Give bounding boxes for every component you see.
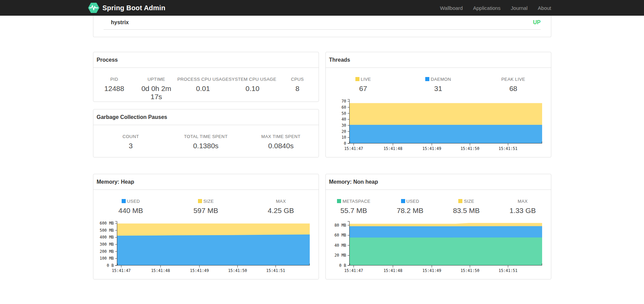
threads-card: Threads LIVE67DAEMON31PEAK LIVE68 010203… <box>325 52 551 157</box>
nav-links: WallboardApplicationsJournalAbout <box>435 1 556 15</box>
stat-label: PROCESS CPU USAGE <box>177 77 229 82</box>
svg-text:0 B: 0 B <box>107 263 114 268</box>
memory-heap-card-title: Memory: Heap <box>93 174 319 190</box>
legend-marker-icon <box>337 199 341 203</box>
stat-label: USED <box>93 199 168 204</box>
svg-text:20: 20 <box>341 129 346 134</box>
stat-max-time-spent: MAX TIME SPENT0.0840s <box>243 134 318 150</box>
stat-label: USED <box>382 199 438 204</box>
pulse-logo-icon <box>88 2 99 14</box>
stat-value: 55.7 MB <box>326 207 382 215</box>
svg-text:15:41:48: 15:41:48 <box>151 268 170 273</box>
nav-link-journal[interactable]: Journal <box>506 1 533 15</box>
svg-text:30: 30 <box>341 123 346 128</box>
legend-marker-icon <box>122 199 126 203</box>
svg-text:100 MB: 100 MB <box>99 256 114 261</box>
memory-heap-card: Memory: Heap USED440 MBSIZE597 MBMAX4.25… <box>93 174 319 279</box>
svg-text:15:41:50: 15:41:50 <box>228 268 247 273</box>
divider <box>104 29 541 30</box>
gc-card-title: Garbage Collection Pauses <box>93 109 319 125</box>
stat-pid: PID12488 <box>93 77 135 101</box>
svg-text:15:41:49: 15:41:49 <box>422 146 441 151</box>
gc-pauses-card: Garbage Collection Pauses COUNT3TOTAL TI… <box>93 109 319 157</box>
svg-text:400 MB: 400 MB <box>99 235 114 240</box>
svg-text:0 B: 0 B <box>339 263 346 268</box>
stat-metaspace: METASPACE55.7 MB <box>326 199 382 215</box>
stat-value: 0.01 <box>177 85 229 93</box>
nav-link-applications[interactable]: Applications <box>468 1 506 15</box>
legend-marker-icon <box>425 77 429 81</box>
stat-max: MAX1.33 GB <box>494 199 551 215</box>
svg-text:40 MB: 40 MB <box>334 243 346 248</box>
svg-text:300 MB: 300 MB <box>99 242 114 247</box>
stat-size: SIZE83.5 MB <box>438 199 494 215</box>
process-card-title: Process <box>93 52 319 68</box>
svg-text:15:41:50: 15:41:50 <box>460 268 479 273</box>
stat-size: SIZE597 MB <box>168 199 243 215</box>
stat-label: MAX <box>494 199 551 204</box>
stat-value: 78.2 MB <box>382 207 438 215</box>
stat-system-cpu-usage: SYSTEM CPU USAGE0.10 <box>229 77 276 101</box>
svg-text:20 MB: 20 MB <box>334 253 346 258</box>
health-indicator-name: hystrix <box>111 19 129 26</box>
stat-value: 597 MB <box>168 207 243 215</box>
stat-label: PEAK LIVE <box>476 77 551 82</box>
stat-daemon: DAEMON31 <box>401 77 476 93</box>
svg-text:15:41:48: 15:41:48 <box>383 146 402 151</box>
threads-card-title: Threads <box>326 52 551 68</box>
svg-text:50: 50 <box>341 111 346 116</box>
stat-total-time-spent: TOTAL TIME SPENT0.1380s <box>168 134 243 150</box>
svg-text:40: 40 <box>341 117 346 122</box>
legend-marker-icon <box>355 77 359 81</box>
svg-text:15:41:48: 15:41:48 <box>383 268 402 273</box>
stat-label: SIZE <box>438 199 494 204</box>
legend-marker-icon <box>198 199 202 203</box>
stat-value: 4.25 GB <box>243 207 318 215</box>
svg-text:500 MB: 500 MB <box>99 228 114 233</box>
stat-label: CPUS <box>276 77 318 82</box>
stat-value: 0d 0h 2m 17s <box>135 85 177 101</box>
stat-peak-live: PEAK LIVE68 <box>476 77 551 93</box>
stat-label: SIZE <box>168 199 243 204</box>
memory-heap-legend-stats: USED440 MBSIZE597 MBMAX4.25 GB <box>93 190 319 215</box>
svg-text:70: 70 <box>341 99 346 104</box>
svg-text:15:41:51: 15:41:51 <box>499 146 517 151</box>
legend-marker-icon <box>458 199 462 203</box>
nav-link-about[interactable]: About <box>533 1 556 15</box>
stat-value: 67 <box>326 85 401 93</box>
stat-value: 1.33 GB <box>494 207 551 215</box>
stat-value: 0.1380s <box>168 142 243 150</box>
brand[interactable]: Spring Boot Admin <box>88 2 166 14</box>
stat-cpus: CPUS8 <box>276 77 318 101</box>
svg-text:10: 10 <box>341 135 346 140</box>
nav-link-wallboard[interactable]: Wallboard <box>435 1 468 15</box>
application-details-card: hystrix UP <box>93 16 551 37</box>
stat-label: PID <box>93 77 135 82</box>
stat-count: COUNT3 <box>93 134 168 150</box>
gc-stats: COUNT3TOTAL TIME SPENT0.1380sMAX TIME SP… <box>93 125 319 150</box>
memory-nonheap-card: Memory: Non heap METASPACE55.7 MBUSED78.… <box>325 174 551 279</box>
svg-text:200 MB: 200 MB <box>99 249 114 254</box>
stat-label: TOTAL TIME SPENT <box>168 134 243 139</box>
stat-label: DAEMON <box>401 77 476 82</box>
memory-nonheap-legend-stats: METASPACE55.7 MBUSED78.2 MBSIZE83.5 MBMA… <box>326 190 551 215</box>
stat-uptime: UPTIME0d 0h 2m 17s <box>135 77 177 101</box>
stat-process-cpu-usage: PROCESS CPU USAGE0.01 <box>177 77 229 101</box>
legend-marker-icon <box>401 199 405 203</box>
memory-nonheap-card-title: Memory: Non heap <box>326 174 551 190</box>
svg-text:15:41:51: 15:41:51 <box>499 268 517 273</box>
svg-text:80 MB: 80 MB <box>334 223 346 228</box>
svg-text:600 MB: 600 MB <box>99 221 114 226</box>
stat-max: MAX4.25 GB <box>243 199 318 215</box>
memory-nonheap-chart: 0 B20 MB40 MB60 MB80 MB15:41:4715:41:481… <box>326 219 551 274</box>
process-card: Process PID12488UPTIME0d 0h 2m 17sPROCES… <box>93 52 319 102</box>
stat-label: UPTIME <box>135 77 177 82</box>
svg-text:60: 60 <box>341 105 346 110</box>
svg-text:15:41:47: 15:41:47 <box>344 146 363 151</box>
stat-value: 0.10 <box>229 85 276 93</box>
stat-label: LIVE <box>326 77 401 82</box>
svg-text:0: 0 <box>344 141 346 146</box>
svg-text:60 MB: 60 MB <box>334 233 346 238</box>
svg-text:15:41:49: 15:41:49 <box>190 268 209 273</box>
status-badge: UP <box>533 19 540 26</box>
